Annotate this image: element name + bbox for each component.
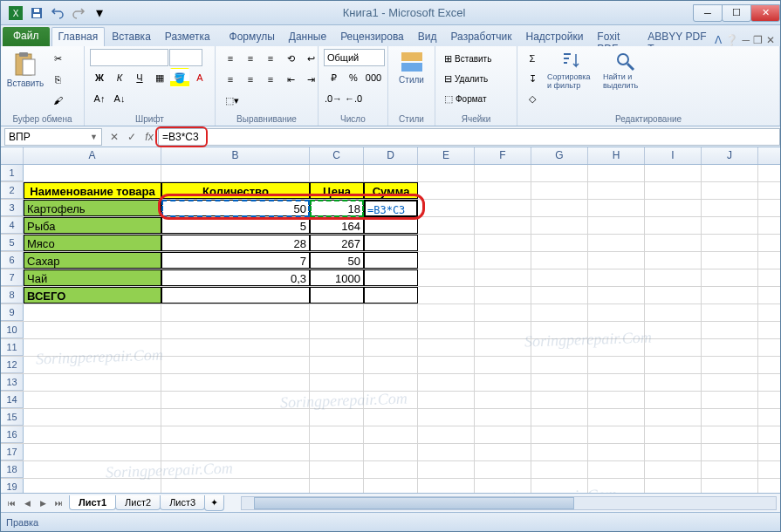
save-icon[interactable] (27, 3, 46, 23)
cell-E4[interactable] (418, 217, 475, 234)
cell-C17[interactable] (310, 444, 364, 460)
row-header-6[interactable]: 6 (1, 252, 24, 269)
sheet-first-icon[interactable]: ⏮ (4, 496, 18, 510)
shrink-font-icon[interactable]: A↓ (110, 89, 129, 108)
cell-B7[interactable]: 0,3 (161, 269, 310, 286)
row-header-18[interactable]: 18 (1, 461, 24, 478)
cell-C15[interactable] (310, 409, 364, 426)
cell-F16[interactable] (475, 426, 531, 443)
cell-J5[interactable] (702, 235, 758, 251)
tab-review[interactable]: Рецензирова (333, 27, 411, 46)
cell-E3[interactable] (418, 200, 475, 216)
row-header-16[interactable]: 16 (1, 426, 24, 443)
file-tab[interactable]: Файл (3, 27, 50, 46)
sheet-tab-2[interactable]: Лист2 (115, 495, 161, 510)
align-center-icon[interactable]: ≡ (241, 70, 260, 89)
cell-J3[interactable] (702, 200, 758, 216)
sheet-last-icon[interactable]: ⏭ (51, 496, 65, 510)
cell-A18[interactable] (24, 461, 161, 478)
increase-indent-icon[interactable]: ⇥ (301, 70, 320, 89)
cell-F7[interactable] (475, 269, 531, 286)
cell-J15[interactable] (702, 409, 758, 426)
cell-B17[interactable] (161, 444, 310, 460)
sort-filter-button[interactable]: Сортировка и фильтр (545, 49, 598, 92)
cell-E12[interactable] (418, 357, 475, 373)
cell-C2[interactable]: Цена (310, 182, 364, 199)
row-header-14[interactable]: 14 (1, 392, 24, 408)
cell-A19[interactable] (24, 479, 161, 493)
cell-I5[interactable] (645, 235, 702, 251)
col-header-D[interactable]: D (364, 147, 418, 164)
cell-C10[interactable] (310, 322, 364, 338)
cell-G5[interactable] (531, 235, 588, 251)
cell-B11[interactable] (161, 339, 310, 356)
row-header-10[interactable]: 10 (1, 322, 24, 338)
col-header-B[interactable]: B (161, 147, 310, 164)
close-button[interactable]: ✕ (750, 4, 780, 22)
ribbon-minimize-icon[interactable]: ᐱ (715, 34, 722, 46)
font-size-combo[interactable] (169, 49, 202, 66)
cell-B9[interactable] (161, 304, 310, 321)
font-name-combo[interactable] (90, 49, 168, 66)
col-header-I[interactable]: I (645, 147, 702, 164)
cell-E5[interactable] (418, 235, 475, 251)
cell-E19[interactable] (418, 479, 475, 493)
cell-I9[interactable] (645, 304, 702, 321)
cell-E7[interactable] (418, 269, 475, 286)
cell-B1[interactable] (161, 165, 310, 181)
cell-D6[interactable] (364, 252, 418, 269)
cell-I4[interactable] (645, 217, 702, 234)
cell-C19[interactable] (310, 479, 364, 493)
cell-E14[interactable] (418, 392, 475, 408)
cell-A9[interactable] (24, 304, 161, 321)
col-header-J[interactable]: J (702, 147, 758, 164)
row-header-3[interactable]: 3 (1, 200, 24, 216)
cell-I16[interactable] (645, 426, 702, 443)
col-header-G[interactable]: G (531, 147, 588, 164)
tab-abbyy[interactable]: ABBYY PDF Tra (641, 27, 715, 46)
cell-E17[interactable] (418, 444, 475, 460)
cell-G9[interactable] (531, 304, 588, 321)
cell-J6[interactable] (702, 252, 758, 269)
cell-H3[interactable] (588, 200, 645, 216)
cell-B2[interactable]: Количество (161, 182, 310, 199)
row-header-2[interactable]: 2 (1, 182, 24, 199)
find-select-button[interactable]: Найти и выделить (601, 49, 650, 92)
currency-icon[interactable]: ₽ (324, 68, 343, 87)
cell-C7[interactable]: 1000 (310, 269, 364, 286)
cell-J14[interactable] (702, 392, 758, 408)
fill-color-button[interactable]: 🪣 (170, 68, 189, 87)
cell-H19[interactable] (588, 479, 645, 493)
cell-B3[interactable]: 50 (161, 200, 310, 216)
col-header-H[interactable]: H (588, 147, 645, 164)
cell-A14[interactable] (24, 392, 161, 408)
col-header-F[interactable]: F (475, 147, 531, 164)
cell-D10[interactable] (364, 322, 418, 338)
percent-icon[interactable]: % (344, 68, 363, 87)
cell-E2[interactable] (418, 182, 475, 199)
row-header-5[interactable]: 5 (1, 235, 24, 251)
cell-I7[interactable] (645, 269, 702, 286)
cell-I1[interactable] (645, 165, 702, 181)
copy-icon[interactable]: ⎘ (48, 70, 67, 89)
cell-I11[interactable] (645, 339, 702, 356)
cell-F11[interactable] (475, 339, 531, 356)
cell-J9[interactable] (702, 304, 758, 321)
delete-cells-button[interactable]: ⊟ Удалить (441, 69, 491, 88)
cell-B4[interactable]: 5 (161, 217, 310, 234)
cell-H4[interactable] (588, 217, 645, 234)
row-header-8[interactable]: 8 (1, 287, 24, 304)
font-color-button[interactable]: A (190, 68, 209, 87)
cell-E8[interactable] (418, 287, 475, 304)
cell-H7[interactable] (588, 269, 645, 286)
row-header-11[interactable]: 11 (1, 339, 24, 356)
cell-G12[interactable] (531, 357, 588, 373)
cell-I6[interactable] (645, 252, 702, 269)
cell-I14[interactable] (645, 392, 702, 408)
number-format-combo[interactable]: Общий (324, 49, 385, 66)
cell-H15[interactable] (588, 409, 645, 426)
cell-B5[interactable]: 28 (161, 235, 310, 251)
cell-J2[interactable] (702, 182, 758, 199)
cell-I18[interactable] (645, 461, 702, 478)
col-header-E[interactable]: E (418, 147, 475, 164)
